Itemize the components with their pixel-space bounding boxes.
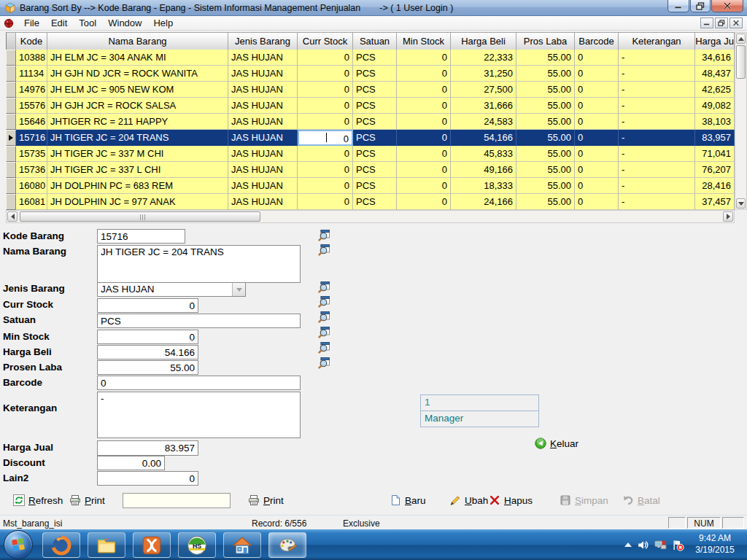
scroll-down-button[interactable] (736, 198, 746, 209)
table-cell[interactable]: 38,103 (695, 114, 735, 130)
table-cell[interactable]: 28,416 (695, 178, 735, 194)
table-cell[interactable]: 0 (575, 98, 619, 114)
table-cell[interactable]: 54,166 (451, 130, 516, 146)
table-cell[interactable]: 49,166 (451, 162, 516, 178)
table-cell[interactable]: JAS HUJAN (228, 146, 298, 162)
table-cell[interactable]: 83,957 (695, 130, 735, 146)
ubah-button[interactable]: Ubah (449, 494, 488, 506)
table-cell[interactable]: - (619, 130, 695, 146)
table-cell[interactable]: 55.00 (516, 98, 575, 114)
table-row[interactable]: 14976JH ELM JC = 905 NEW KOMJAS HUJAN0PC… (6, 82, 735, 98)
table-row[interactable]: 16081JH DOLPHIN JC = 977 ANAKJAS HUJAN0P… (6, 194, 735, 210)
table-cell[interactable]: 0 (298, 66, 353, 82)
table-cell[interactable]: 0 (397, 66, 451, 82)
inline-edit-cell[interactable]: 0 (298, 130, 353, 146)
table-cell[interactable]: 0 (575, 130, 619, 146)
taskbar-clock[interactable]: 9:42 AM 3/19/2015 (686, 532, 744, 556)
table-row[interactable]: 15576JH GJH JCR = ROCK SALSAJAS HUJAN0PC… (6, 98, 735, 114)
menu-file[interactable]: File (18, 16, 45, 30)
lookup-kode-icon[interactable] (318, 229, 330, 241)
column-header[interactable]: Satuan (353, 32, 397, 50)
mdi-minimize-button[interactable] (700, 18, 713, 28)
table-cell[interactable]: 0 (575, 82, 619, 98)
table-cell[interactable]: JH TIGER JC = 337 M CHI (47, 146, 228, 162)
kode-barang-field[interactable] (97, 229, 185, 244)
table-cell[interactable]: 0 (397, 178, 451, 194)
table-cell[interactable]: 31,250 (451, 66, 516, 82)
table-cell[interactable]: 31,666 (451, 98, 516, 114)
table-cell[interactable]: 55.00 (516, 82, 575, 98)
table-cell[interactable]: 0 (575, 194, 619, 210)
table-row[interactable]: 15716JH TIGER JC = 204 TRANSJAS HUJAN0PC… (6, 130, 735, 146)
table-cell[interactable]: 34,616 (695, 50, 735, 66)
column-header[interactable]: Nama Barang (47, 32, 228, 50)
table-cell[interactable]: 0 (298, 162, 353, 178)
lookup-min-stock-icon[interactable] (318, 326, 330, 338)
table-cell[interactable]: JAS HUJAN (228, 194, 298, 210)
table-cell[interactable]: 55.00 (516, 114, 575, 130)
taskbar-explorer-button[interactable] (88, 532, 125, 558)
minimize-button[interactable] (667, 0, 689, 12)
satuan-field[interactable] (97, 314, 301, 328)
table-cell[interactable]: JAS HUJAN (228, 162, 298, 178)
column-header[interactable]: Harga Beli (451, 32, 516, 50)
mdi-close-button[interactable] (729, 18, 743, 28)
menu-help[interactable]: Help (147, 16, 179, 30)
scroll-up-button[interactable] (736, 34, 746, 44)
network-disconnected-icon[interactable] (654, 539, 667, 551)
table-cell[interactable]: 0 (575, 146, 619, 162)
scroll-right-button[interactable] (723, 211, 733, 222)
speaker-icon[interactable] (637, 539, 649, 551)
barcode-field[interactable] (97, 376, 301, 390)
column-header[interactable]: Keterangan (619, 32, 695, 50)
grid-horizontal-scrollbar[interactable] (6, 210, 735, 223)
table-cell[interactable]: PCS (353, 98, 397, 114)
restore-button[interactable] (690, 0, 711, 12)
mdi-restore-button[interactable] (715, 18, 728, 28)
table-cell[interactable]: 15576 (16, 98, 47, 114)
keluar-button[interactable]: Keluar (535, 438, 578, 449)
combo-dropdown-button[interactable] (232, 283, 245, 296)
print-left-button[interactable]: Print (69, 494, 105, 506)
table-cell[interactable]: 14976 (16, 82, 47, 98)
table-cell[interactable]: 15716 (16, 130, 47, 146)
table-cell[interactable]: 15735 (16, 146, 47, 162)
table-cell[interactable]: 0 (298, 178, 353, 194)
table-row[interactable]: 15736JH TIGER JC = 337 L CHIJAS HUJAN0PC… (6, 162, 735, 178)
menu-window[interactable]: Window (102, 16, 147, 30)
table-row[interactable]: 11134JH GJH ND JCR = ROCK WANITAJAS HUJA… (6, 66, 735, 82)
table-cell[interactable]: JAS HUJAN (228, 130, 298, 146)
table-cell[interactable]: 55.00 (516, 146, 575, 162)
table-cell[interactable]: 0 (397, 50, 451, 66)
baru-button[interactable]: Baru (390, 494, 426, 506)
table-cell[interactable]: 55.00 (516, 50, 575, 66)
column-header[interactable]: Harga Ju (695, 32, 735, 50)
table-cell[interactable]: - (619, 146, 695, 162)
jenis-barang-combobox[interactable]: JAS HUJAN (97, 282, 246, 297)
harga-beli-field[interactable] (97, 345, 198, 359)
table-cell[interactable]: JHTIGER RC = 211 HAPPY (47, 114, 228, 130)
lain2-field[interactable] (97, 471, 198, 486)
table-cell[interactable]: 0 (397, 82, 451, 98)
table-cell[interactable]: JH ELM JC = 905 NEW KOM (47, 82, 228, 98)
table-cell[interactable]: 0 (575, 66, 619, 82)
table-cell[interactable]: JH DOLPHIN JC = 977 ANAK (47, 194, 228, 210)
taskbar-heidisql-button[interactable] (178, 532, 216, 558)
table-cell[interactable]: PCS (353, 146, 397, 162)
table-cell[interactable]: - (619, 194, 695, 210)
taskbar-xampp-button[interactable] (133, 532, 171, 558)
table-cell[interactable]: 24,583 (451, 114, 516, 130)
table-cell[interactable]: PCS (353, 114, 397, 130)
curr-stock-field[interactable] (97, 298, 198, 313)
table-row[interactable]: 15735JH TIGER JC = 337 M CHIJAS HUJAN0PC… (6, 146, 735, 162)
menu-edit[interactable]: Edit (45, 16, 73, 30)
table-cell[interactable]: 16080 (16, 178, 47, 194)
table-cell[interactable]: JH ELM JC = 304 ANAK MI (47, 50, 228, 66)
table-cell[interactable]: 22,333 (451, 50, 516, 66)
table-cell[interactable]: 0 (298, 82, 353, 98)
close-button[interactable] (711, 0, 743, 12)
column-header[interactable]: Jenis Barang (228, 32, 298, 50)
table-cell[interactable]: 0 (397, 146, 451, 162)
table-cell[interactable]: 37,457 (695, 194, 735, 210)
table-cell[interactable]: 55.00 (516, 162, 575, 178)
